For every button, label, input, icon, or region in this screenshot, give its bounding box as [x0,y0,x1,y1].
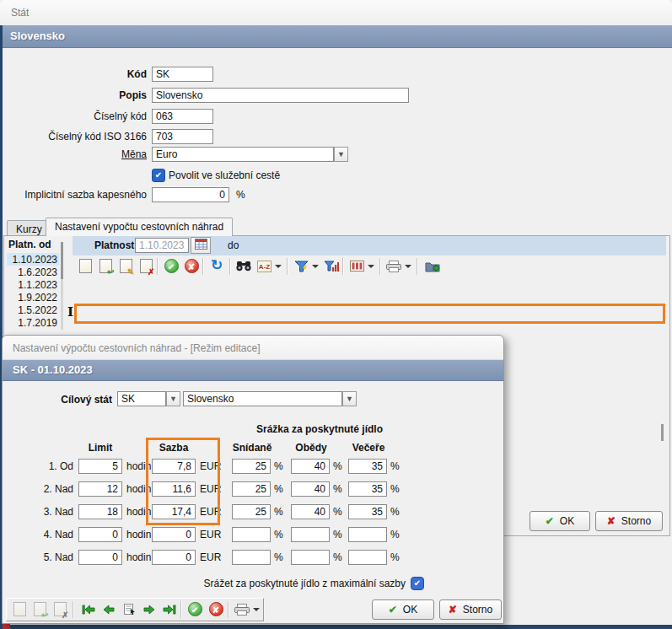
grid-scrollbar-thumb[interactable] [661,424,664,441]
sazba-input[interactable]: 17,4 [152,504,196,519]
validity-item[interactable]: 1.9.2022 [7,291,59,304]
vecere-input[interactable] [348,550,387,565]
ciselny-kod-field[interactable]: 063 [152,109,213,124]
popis-field[interactable]: Slovensko [152,88,409,103]
sazba-column-header: Sazba [150,442,197,454]
limit-row: 4. Nad 0 hodin 0 EUR % % % [3,527,505,542]
snidane-input[interactable] [232,550,271,565]
iso-kod-label: Číselný kód ISO 3166 [8,129,147,142]
dialog-ok-button[interactable]: ✔OK [372,599,434,620]
vecere-input[interactable]: 35 [348,504,387,519]
copy-record-button[interactable]: ↩ [96,257,115,276]
vecere-input[interactable] [348,527,387,542]
snidane-input[interactable]: 25 [232,481,271,497]
limit-input[interactable]: 0 [78,550,122,565]
cilovy-code-combo[interactable]: SK [117,391,166,406]
filter-menu-button[interactable] [310,257,320,276]
copy-record-button[interactable]: ↩ [30,600,49,619]
sort-menu-button[interactable] [273,257,283,276]
limit-input[interactable]: 12 [78,481,122,497]
validity-scrollbar-thumb[interactable] [61,242,63,279]
platnost-od-input[interactable]: 1.10.2023 [135,238,189,253]
cilovy-code-combo-button[interactable]: ▼ [166,391,180,406]
filter-chart-button[interactable] [322,257,341,276]
mena-label[interactable]: Měna [8,147,147,160]
export-button[interactable] [423,257,442,276]
validity-item[interactable]: 1.5.2022 [7,304,59,316]
limit-input[interactable]: 0 [78,527,122,542]
sort-button[interactable]: A-Z [255,257,273,276]
validity-item[interactable]: 1.10.2023 [7,253,59,266]
dialog-titlebar[interactable]: Nastavení výpočtu cestovních náhrad - [R… [3,336,503,360]
mena-combo[interactable]: Euro [152,147,334,162]
print-menu-button[interactable] [403,257,413,276]
cancel-button[interactable]: ✘ [182,257,201,276]
nav-prev-button[interactable] [99,600,118,619]
validity-item[interactable]: 1.6.2023 [7,266,59,278]
snidane-input[interactable] [232,527,271,542]
storno-button[interactable]: ✘Storno [595,511,663,531]
new-record-button[interactable] [10,600,29,619]
povolit-checkbox[interactable]: ✔ [152,169,165,182]
sazba-input[interactable]: 0 [152,550,196,565]
refresh-button[interactable]: ↻ [207,257,226,276]
record-list-button[interactable] [120,600,138,619]
columns-menu-button[interactable] [366,257,376,276]
kapesne-label: Implicitní sazba kapesného [8,187,147,201]
calendar-button[interactable] [191,237,211,254]
sort-az-icon: A-Z [257,261,271,272]
validity-list-header: Platn. od [8,239,51,250]
print-menu-button[interactable] [251,600,261,619]
sazba-input[interactable]: 0 [152,527,196,542]
limit-row: 3. Nad 18 hodin 17,4 EUR 25 % 40 % 35 % [3,504,505,519]
vecere-input[interactable]: 35 [348,481,387,497]
limit-input[interactable]: 18 [78,504,122,519]
ok-button[interactable]: ✔OK [530,511,590,531]
tab-nastaveni[interactable]: Nastavení vypočtu cestovních náhrad [46,218,233,236]
delete-record-button[interactable]: ✗ [137,257,155,276]
povolit-label: Povolit ve služební cestě [169,169,280,181]
kapesne-field[interactable]: 0 [152,187,229,202]
iso-kod-field[interactable]: 703 [152,129,213,144]
cancel-icon: ✘ [209,602,223,616]
validity-scrollbar[interactable] [61,242,63,330]
edit-record-button[interactable]: ✎ [116,257,135,276]
obedy-input[interactable]: 40 [291,459,330,474]
sazba-input[interactable]: 11,6 [152,481,196,497]
nav-first-button[interactable] [79,600,98,619]
obedy-input[interactable] [291,550,330,565]
filter-button[interactable] [292,257,310,276]
confirm-button[interactable]: ✔ [162,257,180,276]
print-button[interactable] [233,600,251,619]
dialog-storno-button[interactable]: ✘Storno [439,599,502,620]
obedy-input[interactable]: 40 [291,481,330,497]
nav-last-button[interactable] [160,600,179,619]
record-list-icon [123,604,136,615]
cilovy-name-combo[interactable]: Slovensko [183,391,342,406]
delete-record-button[interactable]: ✗ [51,600,69,619]
window-titlebar[interactable]: Stát [0,0,672,26]
obedy-input[interactable] [291,527,330,542]
confirm-button[interactable]: ✔ [185,600,204,619]
snidane-input[interactable]: 25 [232,504,271,519]
kod-field[interactable]: SK [152,67,213,82]
obedy-input[interactable]: 40 [291,504,330,519]
vecere-input[interactable]: 35 [348,459,387,474]
snidane-input[interactable]: 25 [232,459,271,474]
sazba-input[interactable]: 7,8 [152,459,196,474]
validity-item[interactable]: 1.7.2019 [7,316,59,329]
validity-item[interactable]: 1.1.2023 [7,278,59,291]
new-record-button[interactable] [76,257,94,276]
limit-input[interactable]: 5 [78,459,122,474]
vecere-column-header: Večeře [345,442,392,454]
max-sazba-checkbox[interactable]: ✔ [411,577,424,590]
cilovy-name-combo-button[interactable]: ▼ [342,391,357,406]
print-button[interactable] [384,257,403,276]
cancel-button[interactable]: ✘ [207,600,225,619]
x-icon: ✘ [607,515,616,527]
mena-combo-button[interactable]: ▼ [334,147,348,162]
columns-button[interactable] [347,257,366,276]
search-button[interactable] [234,257,253,276]
nav-next-button[interactable] [140,600,159,619]
filter-chart-icon [324,261,339,272]
